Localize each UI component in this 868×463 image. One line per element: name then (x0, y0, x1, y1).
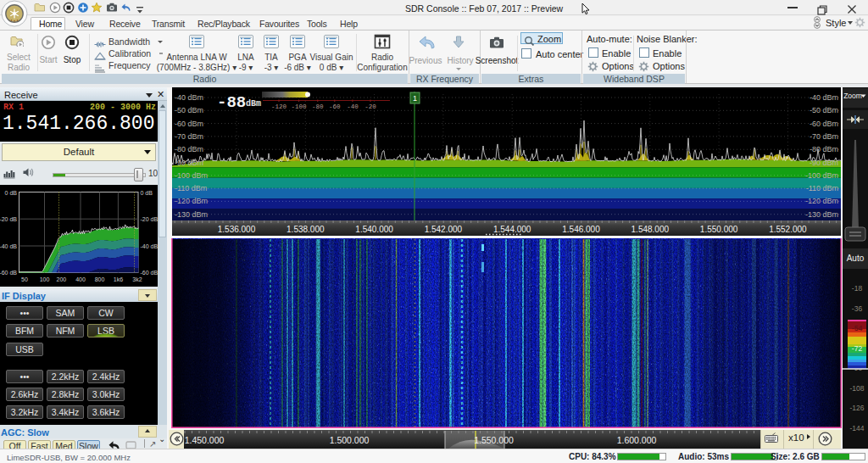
svg-text:100: 100 (40, 276, 50, 282)
svg-text:-40 dBm: -40 dBm (175, 93, 203, 102)
svg-text:-50 dBm: -50 dBm (810, 106, 838, 114)
svg-text:1.546.000: 1.546.000 (562, 225, 600, 234)
svg-text:-100: -100 (292, 103, 308, 110)
svg-text:1k6: 1k6 (114, 276, 123, 282)
svg-text:-80 dBm: -80 dBm (175, 145, 203, 153)
svg-text:-126: -126 (849, 404, 864, 412)
svg-text:-120 dBm: -120 dBm (805, 197, 838, 205)
svg-text:Auto: Auto (847, 254, 865, 263)
svg-text:-20 dB: -20 dB (141, 216, 159, 222)
svg-text:-88: -88 (217, 93, 246, 112)
svg-text:1.550.000: 1.550.000 (700, 225, 738, 234)
svg-text:-90 dBm: -90 dBm (810, 159, 838, 167)
svg-text:-60 dBm: -60 dBm (810, 120, 838, 128)
svg-text:1.536.000: 1.536.000 (218, 225, 256, 234)
svg-text:1.540.000: 1.540.000 (355, 225, 393, 234)
svg-text:800: 800 (95, 276, 105, 282)
svg-text:-72: -72 (852, 344, 863, 353)
svg-text:1.550.000: 1.550.000 (474, 435, 514, 445)
svg-text:-100 dBm: -100 dBm (175, 171, 208, 180)
svg-text:50: 50 (21, 276, 28, 282)
svg-text:1.500.000: 1.500.000 (330, 435, 370, 445)
svg-text:-18: -18 (852, 284, 863, 293)
svg-text:1.450.000: 1.450.000 (185, 435, 225, 445)
svg-text:1.600.000: 1.600.000 (617, 435, 657, 445)
svg-text:-40 dB: -40 dB (141, 243, 159, 249)
svg-text:-36: -36 (852, 304, 863, 313)
svg-text:-40 dBm: -40 dBm (810, 93, 838, 102)
svg-text:1.538.000: 1.538.000 (287, 225, 325, 234)
svg-text:0 dB: 0 dB (141, 190, 153, 196)
svg-text:-90 dBm: -90 dBm (175, 159, 203, 167)
svg-text:-130 dBm: -130 dBm (805, 210, 838, 219)
svg-text:-80 dBm: -80 dBm (810, 145, 838, 153)
svg-text:Zoom: Zoom (843, 92, 862, 100)
svg-text:1.552.000: 1.552.000 (769, 225, 807, 234)
svg-text:1.544.000: 1.544.000 (493, 225, 531, 234)
svg-text:-80: -80 (312, 103, 324, 110)
svg-text:3k2: 3k2 (132, 276, 142, 282)
svg-text:1: 1 (413, 94, 417, 103)
svg-text:-60: -60 (329, 103, 341, 110)
svg-text:-60 dB: -60 dB (0, 270, 17, 276)
svg-text:-130 dBm: -130 dBm (175, 210, 208, 219)
svg-text:1.548.000: 1.548.000 (632, 225, 670, 234)
svg-text:1.542.000: 1.542.000 (425, 225, 463, 234)
svg-text:-40: -40 (347, 103, 359, 110)
svg-text:-70 dBm: -70 dBm (175, 132, 203, 141)
svg-text:-20 dB: -20 dB (0, 216, 17, 222)
svg-text:-108: -108 (849, 384, 864, 393)
svg-text:-144: -144 (849, 424, 864, 432)
svg-text:-120: -120 (271, 103, 287, 110)
svg-text:-60 dB: -60 dB (141, 270, 159, 276)
svg-text:0 dB: 0 dB (5, 190, 18, 196)
svg-text:dBm: dBm (246, 99, 261, 109)
svg-text:-60 dBm: -60 dBm (175, 120, 203, 128)
svg-text:-100 dBm: -100 dBm (805, 171, 838, 180)
svg-text:-70 dBm: -70 dBm (810, 132, 838, 141)
svg-text:-40 dB: -40 dB (0, 243, 17, 249)
svg-text:-54: -54 (852, 324, 863, 332)
svg-text:-20: -20 (364, 103, 376, 110)
svg-text:200: 200 (57, 276, 67, 282)
svg-text:-50 dBm: -50 dBm (175, 106, 203, 114)
svg-text:-110 dBm: -110 dBm (806, 184, 838, 192)
svg-text:400: 400 (75, 276, 86, 282)
svg-text:-110 dBm: -110 dBm (175, 184, 207, 192)
svg-text:-120 dBm: -120 dBm (175, 197, 208, 205)
